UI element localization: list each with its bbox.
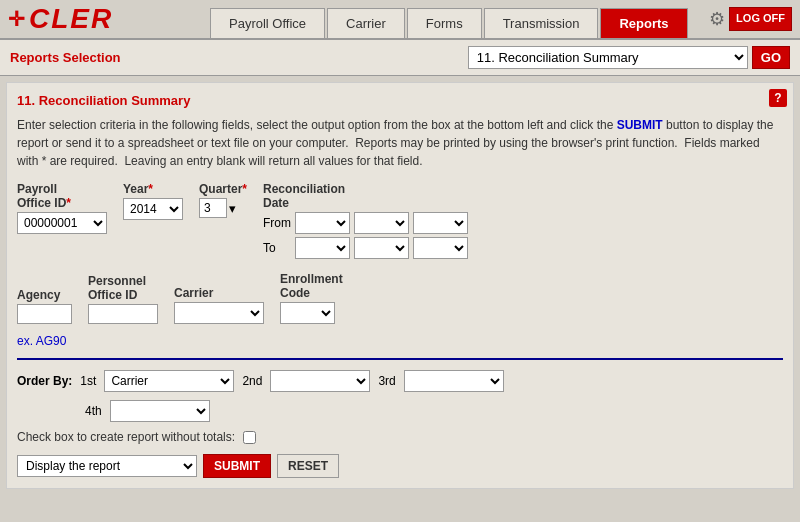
- display-option-select[interactable]: Display the report: [17, 455, 197, 477]
- sub-header: Reports Selection 11. Reconciliation Sum…: [0, 40, 800, 76]
- enrollment-code-select[interactable]: [280, 302, 335, 324]
- quarter-arrow: ▾: [229, 201, 236, 216]
- personnel-office-id-input[interactable]: [88, 304, 158, 324]
- to-year-select[interactable]: [413, 237, 468, 259]
- checkbox-row: Check box to create report without total…: [17, 430, 783, 444]
- nav-tabs: Payroll Office Carrier Forms Transmissio…: [210, 0, 709, 38]
- quarter-group: Quarter* ▾: [199, 182, 247, 218]
- form-row-2: Agency PersonnelOffice ID Carrier Enroll…: [17, 272, 783, 324]
- year-label: Year*: [123, 182, 183, 196]
- year-select[interactable]: 2014: [123, 198, 183, 220]
- reset-button[interactable]: RESET: [277, 454, 339, 478]
- checkbox-label: Check box to create report without total…: [17, 430, 235, 444]
- form-row-1: PayrollOffice ID* 00000001 Year* 2014 Qu…: [17, 182, 783, 262]
- payroll-office-id-group: PayrollOffice ID* 00000001: [17, 182, 107, 234]
- from-label: From: [263, 216, 291, 230]
- nav-tab-forms[interactable]: Forms: [407, 8, 482, 38]
- agency-label: Agency: [17, 288, 72, 302]
- to-date-row: To: [263, 237, 468, 259]
- payroll-office-id-label: PayrollOffice ID*: [17, 182, 107, 210]
- cross-icon: ✛: [8, 7, 25, 31]
- fourth-label: 4th: [85, 404, 102, 418]
- to-day-select[interactable]: [354, 237, 409, 259]
- submit-highlight: SUBMIT: [617, 118, 663, 132]
- app-logo: CLER: [29, 3, 113, 35]
- second-label: 2nd: [242, 374, 262, 388]
- header: ✛ CLER Payroll Office Carrier Forms Tran…: [0, 0, 800, 40]
- from-day-select[interactable]: [354, 212, 409, 234]
- log-off-button[interactable]: LOG OFF: [729, 7, 792, 30]
- order-by-1st-select[interactable]: Carrier: [104, 370, 234, 392]
- to-month-select[interactable]: [295, 237, 350, 259]
- order-by-label: Order By:: [17, 374, 72, 388]
- report-select[interactable]: 11. Reconciliation Summary: [468, 46, 748, 69]
- nav-tab-payroll-office[interactable]: Payroll Office: [210, 8, 325, 38]
- carrier-select[interactable]: [174, 302, 264, 324]
- go-button[interactable]: GO: [752, 46, 790, 69]
- enrollment-code-label: EnrollmentCode: [280, 272, 343, 300]
- to-label: To: [263, 241, 291, 255]
- third-label: 3rd: [378, 374, 395, 388]
- nav-tab-transmission[interactable]: Transmission: [484, 8, 599, 38]
- quarter-input[interactable]: [199, 198, 227, 218]
- personnel-office-id-label: PersonnelOffice ID: [88, 274, 158, 302]
- instruction-text: Enter selection criteria in the followin…: [17, 116, 783, 170]
- bottom-row: Display the report SUBMIT RESET: [17, 454, 783, 478]
- no-totals-checkbox[interactable]: [243, 431, 256, 444]
- reconciliation-date-label: ReconciliationDate: [263, 182, 468, 210]
- personnel-office-id-group: PersonnelOffice ID: [88, 274, 158, 324]
- enrollment-code-group: EnrollmentCode: [280, 272, 343, 324]
- year-group: Year* 2014: [123, 182, 183, 220]
- report-selector-area: 11. Reconciliation Summary GO: [468, 46, 790, 69]
- payroll-office-id-select[interactable]: 00000001: [17, 212, 107, 234]
- logo-area: ✛ CLER: [0, 3, 210, 35]
- divider: [17, 358, 783, 360]
- carrier-group: Carrier: [174, 286, 264, 324]
- order-by-row: Order By: 1st Carrier 2nd 3rd: [17, 370, 783, 392]
- order-by-2nd-select[interactable]: [270, 370, 370, 392]
- help-icon[interactable]: ?: [769, 89, 787, 107]
- quarter-label: Quarter*: [199, 182, 247, 196]
- from-month-select[interactable]: [295, 212, 350, 234]
- from-date-row: From: [263, 212, 468, 234]
- example-text: ex. AG90: [17, 334, 783, 348]
- nav-tab-reports[interactable]: Reports: [600, 8, 687, 38]
- section-title: 11. Reconciliation Summary: [17, 93, 783, 108]
- order-by-3rd-select[interactable]: [404, 370, 504, 392]
- page-title: Reports Selection: [10, 50, 121, 65]
- carrier-label: Carrier: [174, 286, 264, 300]
- order-by-4th-select[interactable]: [110, 400, 210, 422]
- submit-button[interactable]: SUBMIT: [203, 454, 271, 478]
- reconciliation-date-group: ReconciliationDate From To: [263, 182, 468, 262]
- main-content: ? 11. Reconciliation Summary Enter selec…: [6, 82, 794, 489]
- agency-group: Agency: [17, 288, 72, 324]
- header-right: ⚙ LOG OFF: [709, 7, 800, 30]
- nav-tab-carrier[interactable]: Carrier: [327, 8, 405, 38]
- gear-icon[interactable]: ⚙: [709, 8, 725, 30]
- order-by-row-2: 4th: [17, 400, 783, 422]
- from-year-select[interactable]: [413, 212, 468, 234]
- agency-input[interactable]: [17, 304, 72, 324]
- first-label: 1st: [80, 374, 96, 388]
